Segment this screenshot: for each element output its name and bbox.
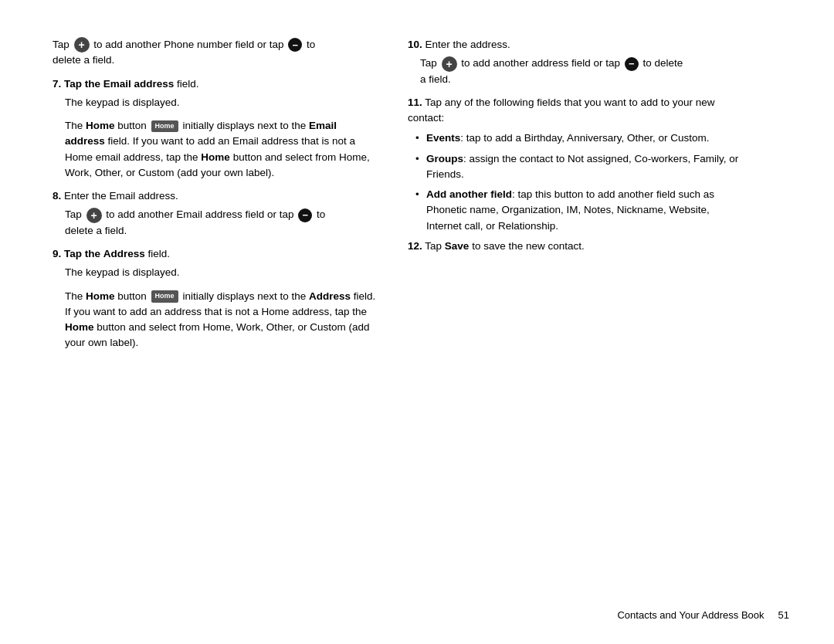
step9-home-badge: Home xyxy=(151,290,178,303)
step7-header: 7. Tap the Email address field. xyxy=(53,76,377,92)
step12-header: 12. Tap Save to save the new contact. xyxy=(408,239,740,254)
step9-end-text: field. xyxy=(148,248,171,259)
step10-mid: to add another address field or tap xyxy=(461,57,620,69)
step8-delete: delete a field. xyxy=(65,225,127,236)
step10-field: a field. xyxy=(420,73,451,85)
step12-save-bold: Save xyxy=(445,240,470,252)
step7-home-bold2: Home xyxy=(201,151,230,163)
step9-header: 9. Tap the Address field. xyxy=(53,246,377,262)
step9-tap-bold: Tap the xyxy=(64,248,100,259)
step9-home-bold2: Home xyxy=(65,321,94,333)
bullet-events-text: : tap to add a Birthday, Anniversary, Ot… xyxy=(460,132,709,144)
footer-page: 51 xyxy=(778,608,789,623)
step10-tap-line: Tap to add another address field or tap … xyxy=(408,56,740,87)
bullet-add-field: Add another field: tap this button to ad… xyxy=(415,187,740,234)
step7-keypad-text: The keypad is displayed. xyxy=(65,97,180,108)
step11-header: 11. Tap any of the following fields that… xyxy=(408,95,740,127)
intro-delete: delete a field. xyxy=(53,54,114,66)
step7-email: Email address xyxy=(103,78,175,90)
step8-tap-word: Tap xyxy=(65,208,82,220)
step11-text: Tap any of the following fields that you… xyxy=(408,97,715,124)
bullet-groups: Groups: assign the contact to Not assign… xyxy=(415,151,740,183)
bullet-events: Events: tap to add a Birthday, Anniversa… xyxy=(415,130,740,146)
intro-paragraph: Tap to add another Phone number field or… xyxy=(53,37,377,69)
step9-the: The xyxy=(65,290,83,302)
minus-icon-1 xyxy=(288,38,302,52)
intro-tap: Tap xyxy=(53,39,70,50)
step7-home-desc: The Home button Home initially displays … xyxy=(53,118,377,181)
step9-initially: initially displays next to the xyxy=(182,290,309,302)
right-column: 10. Enter the address. Tap to add anothe… xyxy=(408,37,740,613)
step7-number: 7. xyxy=(53,78,61,90)
bullet-add-field-bold: Add another field xyxy=(426,188,512,200)
step11-number: 11. xyxy=(408,97,422,108)
step7-keypad: The keypad is displayed. xyxy=(53,95,377,110)
step7-the: The xyxy=(65,120,83,131)
minus-icon-2 xyxy=(298,208,312,222)
plus-icon-3 xyxy=(442,56,457,72)
step9-select: button and select from Home, Work, Other… xyxy=(65,321,369,348)
step10-header: 10. Enter the address. xyxy=(408,37,740,53)
step12-text-end: to save the new contact. xyxy=(472,240,585,252)
footer: Contacts and Your Address Book 51 xyxy=(617,608,789,623)
step12-number: 12. xyxy=(408,240,422,252)
step8-tap-line: Tap to add another Email address field o… xyxy=(53,207,377,239)
step8-number: 8. xyxy=(53,190,61,202)
step8-end: to xyxy=(317,208,325,220)
intro-to: to xyxy=(307,39,315,50)
step9-button-label: button xyxy=(117,290,149,302)
step7-field-text: field. xyxy=(177,78,199,90)
bullet-events-bold: Events xyxy=(426,132,460,144)
step10-end-text: to delete xyxy=(642,57,683,69)
minus-icon-3 xyxy=(625,57,639,71)
step7-initially: initially displays next to the xyxy=(182,120,309,131)
footer-label: Contacts and Your Address Book xyxy=(617,608,764,623)
step11-bullets: Events: tap to add a Birthday, Anniversa… xyxy=(408,130,740,234)
step7-button-label: button xyxy=(117,120,149,131)
step9-address-bold: Address xyxy=(103,248,145,259)
plus-icon-1 xyxy=(74,37,90,53)
step8-mid: to add another Email address field or ta… xyxy=(106,208,293,220)
step8-enter: Enter the Email address. xyxy=(64,190,178,202)
step7-home-bold: Home xyxy=(86,120,115,131)
step12-tap-word: Tap xyxy=(425,240,442,252)
step9-keypad-text: The keypad is displayed. xyxy=(65,266,180,278)
step7-tap-bold: Tap the xyxy=(64,78,100,90)
left-column: Tap to add another Phone number field or… xyxy=(53,37,377,613)
step10-tap-word: Tap xyxy=(420,57,437,69)
bullet-groups-bold: Groups xyxy=(426,153,463,164)
step9-home-bold: Home xyxy=(86,290,115,302)
step9-number: 9. xyxy=(53,248,61,259)
step10-enter: Enter the address. xyxy=(425,39,510,50)
plus-icon-2 xyxy=(86,208,102,223)
step9-home-desc: The Home button Home initially displays … xyxy=(53,289,377,351)
step10-number: 10. xyxy=(408,39,422,50)
bullet-groups-text: : assign the contact to Not assigned, Co… xyxy=(426,153,738,180)
step8-header: 8. Enter the Email address. xyxy=(53,188,377,204)
step7-home-badge: Home xyxy=(151,120,178,133)
intro-mid: to add another Phone number field or tap xyxy=(93,39,283,50)
step9-keypad: The keypad is displayed. xyxy=(53,265,377,280)
step9-address-bold2: Address xyxy=(309,290,351,302)
